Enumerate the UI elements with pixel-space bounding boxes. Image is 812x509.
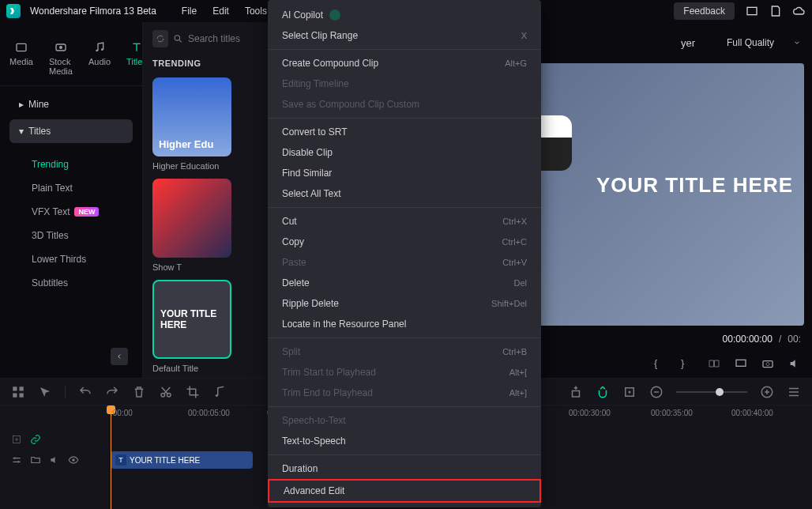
adjust-icon[interactable] [11,454,22,466]
svg-rect-11 [763,361,773,368]
cm-delete[interactable]: DeleteDel [268,273,541,293]
zoom-slider[interactable] [676,391,747,393]
crop-box-icon[interactable] [622,385,637,399]
music-add-icon[interactable] [212,385,227,399]
mute-icon[interactable] [49,454,60,466]
svg-point-3 [59,46,62,49]
cm-locate[interactable]: Locate in the Resource Panel [268,314,541,334]
timeline-clip[interactable]: T YOUR TITLE HERE [111,451,253,469]
sidebar-trending[interactable]: Trending [22,153,133,176]
magnet-icon[interactable] [596,385,610,399]
save-icon[interactable] [769,5,782,17]
track-add-icon[interactable] [11,434,22,445]
sidebar-titles[interactable]: ▾Titles [9,119,133,143]
cm-stt: Speech-to-Text [268,410,541,431]
svg-rect-1 [17,43,26,51]
cm-editing-timeline: Editing Timeline [268,74,541,94]
app-title: Wondershare Filmora 13 Beta [30,6,156,17]
link-icon[interactable] [30,434,41,445]
list-icon[interactable] [787,385,801,399]
copilot-icon [329,9,340,21]
search-icon [173,33,183,44]
app-logo [6,4,21,18]
sidebar-subtitles[interactable]: Subtitles [22,271,133,295]
cm-create-compound[interactable]: Create Compound ClipAlt+G [268,53,541,74]
snapshot-icon[interactable] [761,357,774,370]
brace-left-icon[interactable]: { [654,357,667,370]
cm-select-range[interactable]: Select Clip RangeX [268,25,541,46]
sidebar-3d[interactable]: 3D Titles [22,224,133,247]
thumb-label: Default Title [152,364,231,373]
svg-rect-8 [709,360,713,367]
chevron-down-icon: ▾ [19,126,24,137]
new-badge: NEW [74,207,99,217]
cm-paste: PasteCtrl+V [268,252,541,273]
folder-icon[interactable] [30,454,41,466]
svg-rect-14 [20,386,24,390]
menu-edit[interactable]: Edit [212,6,229,17]
feedback-button[interactable]: Feedback [674,2,735,20]
cm-copy[interactable]: CopyCtrl+C [268,232,541,252]
cm-tts[interactable]: Text-to-Speech [268,431,541,451]
cm-disable-clip[interactable]: Disable Clip [268,142,541,163]
pointer-icon[interactable] [38,385,52,399]
refresh-button[interactable] [152,30,168,47]
svg-point-25 [14,458,16,459]
brace-right-icon[interactable]: } [681,357,694,370]
cm-cut[interactable]: CutCtrl+X [268,211,541,232]
trash-icon[interactable] [132,385,146,399]
compare-icon[interactable] [708,357,720,370]
svg-point-5 [101,48,103,51]
undo-icon[interactable] [78,385,92,399]
tab-stock[interactable]: Stock Media [43,38,79,79]
thumb-label: Higher Education [152,161,231,171]
quality-select[interactable]: Full Quality [720,34,788,51]
redo-icon[interactable] [105,385,119,399]
thumb-default-title[interactable]: YOUR TITLE HERE Default Title [152,280,231,373]
zoom-out-icon[interactable] [649,385,664,399]
collapse-sidebar-button[interactable] [111,348,128,365]
cm-find-similar[interactable]: Find Similar [268,163,541,183]
modules-icon[interactable] [11,385,25,399]
tab-audio[interactable]: Audio [82,38,117,79]
refresh-icon [156,34,165,43]
search-input[interactable] [188,33,259,44]
cm-advanced-edit[interactable]: Advanced Edit [268,479,541,503]
zoom-in-icon[interactable] [760,385,774,399]
cm-ripple-delete[interactable]: Ripple DeleteShift+Del [268,293,541,314]
chevron-left-icon [115,353,123,360]
svg-point-6 [175,36,179,40]
menu-tools[interactable]: Tools [245,6,267,17]
thumb-higher-education[interactable]: Higher Edu Higher Education [152,77,231,171]
crop-icon[interactable] [186,385,200,399]
tab-media[interactable]: Media [3,38,39,79]
thumb-show[interactable]: Show T [152,179,231,272]
sidebar-lower[interactable]: Lower Thirds [22,247,133,271]
cm-duration[interactable]: Duration [268,458,541,479]
cm-convert-srt[interactable]: Convert to SRT [268,122,541,142]
cm-select-all-text[interactable]: Select All Text [268,183,541,204]
svg-point-19 [216,394,218,397]
cm-trim-end: Trim End to PlayheadAlt+] [268,383,541,403]
sidebar-vfx[interactable]: VFX TextNEW [22,200,133,224]
time-total: 00: [788,334,801,345]
time-current: 00:00:00:00 [723,334,773,345]
marker-add-icon[interactable] [569,385,583,399]
svg-rect-10 [736,360,746,366]
sidebar-plaintext[interactable]: Plain Text [22,176,133,200]
sidebar-mine[interactable]: ▸Mine [9,92,133,116]
layout-icon[interactable] [746,5,758,17]
thumb-label: Show T [152,262,231,272]
cut-icon[interactable] [159,385,173,399]
svg-point-21 [629,390,631,393]
svg-rect-15 [13,393,17,397]
menu-file[interactable]: File [182,6,197,17]
cm-ai-copilot[interactable]: AI Copilot [268,5,541,25]
volume-icon[interactable] [788,357,801,370]
cloud-upload-icon[interactable] [793,5,806,17]
svg-rect-13 [13,386,17,390]
svg-rect-16 [20,393,24,397]
svg-point-26 [17,461,19,462]
monitor-icon[interactable] [735,357,747,370]
eye-icon[interactable] [68,454,79,466]
